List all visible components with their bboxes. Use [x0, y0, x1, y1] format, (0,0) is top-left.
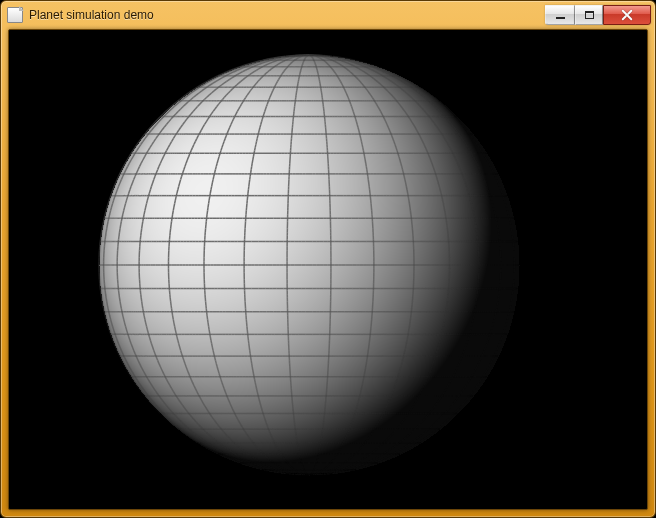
close-icon [621, 9, 633, 21]
minimize-button[interactable] [545, 5, 575, 25]
window-title: Planet simulation demo [29, 8, 545, 22]
titlebar[interactable]: Planet simulation demo [1, 1, 655, 29]
window-controls [545, 5, 651, 25]
maximize-button[interactable] [575, 5, 603, 25]
document-icon [7, 7, 23, 23]
maximize-icon [585, 11, 594, 19]
simulation-viewport[interactable] [9, 30, 647, 509]
planet-canvas [9, 30, 647, 509]
close-button[interactable] [603, 5, 651, 25]
client-area [8, 29, 648, 510]
minimize-icon [556, 17, 565, 19]
app-window: Planet simulation demo [0, 0, 656, 518]
